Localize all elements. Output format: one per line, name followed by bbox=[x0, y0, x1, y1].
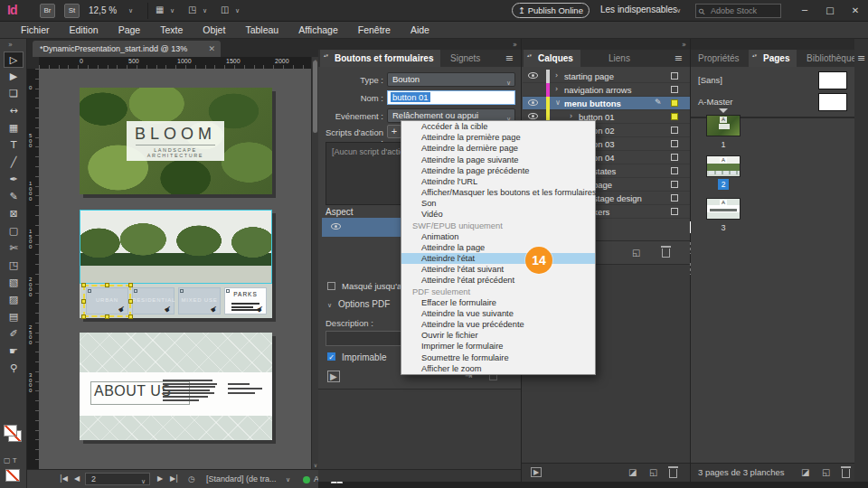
selection-handle[interactable] bbox=[105, 283, 109, 287]
tab-proprietes[interactable]: Propriétés bbox=[698, 50, 740, 67]
action-menu-item[interactable]: Atteindre la page suivante bbox=[401, 155, 595, 165]
delete-layer-icon[interactable] bbox=[662, 249, 670, 258]
pen-tool[interactable]: ✒ bbox=[4, 172, 24, 188]
layer-target-square[interactable] bbox=[671, 99, 678, 107]
add-action-button[interactable]: + bbox=[387, 125, 401, 138]
master-none-label[interactable]: [Sans] bbox=[698, 75, 722, 85]
new-page-icon[interactable]: ◱ bbox=[822, 467, 830, 477]
delete-page-icon[interactable] bbox=[842, 469, 850, 478]
eye-icon[interactable] bbox=[528, 99, 538, 106]
layer-target-square[interactable] bbox=[671, 127, 678, 134]
zoom-tool[interactable]: ⚲ bbox=[4, 361, 24, 377]
selection-handle[interactable] bbox=[81, 314, 86, 319]
page-3-number[interactable]: 3 bbox=[706, 223, 741, 232]
action-menu-item[interactable]: Afficher le zoom bbox=[401, 363, 595, 374]
panel-menu-icon[interactable]: ≡ bbox=[857, 50, 865, 67]
expand-icon[interactable]: › bbox=[555, 71, 558, 80]
menu-button-parks[interactable]: PARKS☛ bbox=[224, 287, 267, 314]
page-2-thumbnail[interactable]: A bbox=[706, 155, 741, 177]
printable-checkbox[interactable]: ✓ bbox=[327, 352, 335, 361]
layer-target-square[interactable] bbox=[671, 140, 678, 147]
apply-none-swatch[interactable] bbox=[5, 469, 20, 482]
action-menu-item[interactable]: Afficher/Masquer les boutons et les form… bbox=[401, 187, 595, 198]
bridge-button[interactable]: Br bbox=[40, 4, 55, 18]
type-dropdown[interactable]: Bouton ∨ bbox=[387, 72, 515, 87]
document-frame-chevron-icon[interactable]: ∨ bbox=[203, 7, 207, 14]
eye-icon[interactable] bbox=[331, 223, 341, 230]
selection-handle[interactable] bbox=[81, 299, 86, 304]
tab-liens[interactable]: Liens bbox=[609, 50, 630, 67]
layer-target-square[interactable] bbox=[671, 86, 678, 93]
layer-target-square[interactable] bbox=[671, 113, 678, 120]
minimize-button[interactable]: ─ bbox=[792, 0, 817, 22]
expand-icon[interactable]: › bbox=[570, 112, 572, 120]
pdf-options-expander-icon[interactable]: ∨ bbox=[327, 302, 332, 309]
action-menu-item[interactable]: Atteindre la vue précédente bbox=[401, 319, 595, 330]
master-none-swatch[interactable] bbox=[818, 71, 847, 89]
layer-row-starting-page[interactable]: ›starting page bbox=[523, 70, 690, 83]
gradient-feather-tool[interactable]: ▨ bbox=[4, 292, 24, 308]
spread-page-1[interactable]: BLOOM LANDSCAPE ARCHITECTURE bbox=[80, 88, 272, 194]
master-a-swatch[interactable] bbox=[818, 93, 847, 111]
page-1-thumbnail[interactable]: A bbox=[706, 115, 741, 136]
master-a-label[interactable]: A-Master bbox=[698, 97, 733, 107]
previous-page-button[interactable]: ◀ bbox=[74, 474, 80, 483]
menu-edition[interactable]: Edition bbox=[60, 24, 108, 35]
selection-frame[interactable] bbox=[83, 285, 131, 317]
page-2-number[interactable]: 2 bbox=[706, 180, 741, 189]
preview-spread-icon[interactable]: ▶ bbox=[327, 371, 340, 382]
spread-page-3[interactable]: ABOUT US bbox=[80, 333, 272, 440]
page-number-dropdown[interactable]: 2 ∨ bbox=[85, 473, 150, 485]
bloom-title-block[interactable]: BLOOM LANDSCAPE ARCHITECTURE bbox=[127, 121, 224, 161]
action-menu-item[interactable]: Ouvrir le fichier bbox=[401, 330, 595, 341]
expand-icon[interactable]: › bbox=[555, 85, 558, 93]
view-options-icon[interactable]: ▦ bbox=[156, 5, 164, 14]
free-transform-tool[interactable]: ◳ bbox=[4, 258, 24, 274]
type-tool[interactable]: T bbox=[4, 137, 24, 154]
panel-menu-icon[interactable]: ≡ bbox=[675, 50, 683, 67]
workspace-chevron-icon[interactable]: ∨ bbox=[676, 7, 681, 14]
page-flip-icon[interactable]: ◪ bbox=[628, 467, 637, 477]
action-menu-item[interactable]: Imprimer le formulaire bbox=[401, 341, 595, 352]
menu-texte[interactable]: Texte bbox=[150, 24, 193, 35]
action-menu-item[interactable]: Animation bbox=[401, 231, 595, 242]
layer-target-square[interactable] bbox=[671, 194, 678, 202]
panel-collapse-icon[interactable]: » bbox=[682, 41, 686, 49]
toolbar-collapse-icon[interactable]: » bbox=[8, 41, 13, 49]
tab-bibliotheque[interactable]: Bibliothèque bbox=[807, 50, 854, 67]
action-menu-item[interactable]: Atteindre la dernière page bbox=[401, 143, 595, 154]
eye-icon[interactable] bbox=[528, 72, 538, 79]
screen-mode-chevron-icon[interactable]: ∨ bbox=[235, 7, 240, 14]
preflight-icon[interactable]: ◷ bbox=[188, 474, 195, 483]
fill-swatch[interactable] bbox=[4, 425, 17, 436]
gradient-swatch-tool[interactable]: ▧ bbox=[4, 275, 24, 291]
scrollbar-thumb[interactable] bbox=[313, 61, 317, 133]
action-menu-item[interactable]: Atteindre la vue suivante bbox=[401, 308, 595, 319]
close-button[interactable]: ✕ bbox=[843, 0, 868, 22]
action-menu-item[interactable]: Atteindre l'état bbox=[401, 253, 595, 264]
pencil-tool[interactable]: ✎ bbox=[4, 189, 24, 205]
gap-tool[interactable]: ↔ bbox=[4, 103, 24, 119]
eye-icon[interactable] bbox=[528, 113, 538, 119]
zoom-chevron-icon[interactable]: ∨ bbox=[128, 7, 133, 14]
line-tool[interactable]: ╱ bbox=[4, 155, 24, 171]
eyedropper-tool[interactable]: ✐ bbox=[4, 326, 24, 343]
expand-icon[interactable]: ∨ bbox=[555, 99, 561, 107]
menu-button-residential[interactable]: RESIDENTIAL☛ bbox=[132, 287, 175, 314]
document-tab[interactable]: *DynamicPresentation_start.indd @ 13% ✕ bbox=[33, 41, 221, 57]
delete-item-icon[interactable] bbox=[669, 469, 677, 478]
menu-tableau[interactable]: Tableau bbox=[235, 24, 288, 35]
first-page-button[interactable]: |◀ bbox=[60, 474, 68, 483]
action-menu-item[interactable]: Atteindre la première page bbox=[401, 132, 595, 143]
direct-selection-tool[interactable]: ▶ bbox=[4, 69, 24, 85]
action-menu-item[interactable]: Vidéo bbox=[401, 209, 595, 220]
selection-handle[interactable] bbox=[128, 314, 133, 319]
tab-pages[interactable]: ▴▾ Pages bbox=[749, 50, 797, 67]
new-item-icon[interactable]: ◱ bbox=[649, 467, 657, 477]
action-menu-item[interactable]: Accéder à la cible bbox=[401, 121, 595, 132]
selection-tool[interactable]: ▷ bbox=[4, 52, 24, 68]
next-page-button[interactable]: ▶ bbox=[157, 474, 163, 483]
action-menu-item[interactable]: Atteindre l'état précédent bbox=[401, 275, 595, 286]
preview-panel-icon[interactable]: ▶ bbox=[531, 467, 542, 477]
menu-objet[interactable]: Objet bbox=[193, 24, 235, 35]
